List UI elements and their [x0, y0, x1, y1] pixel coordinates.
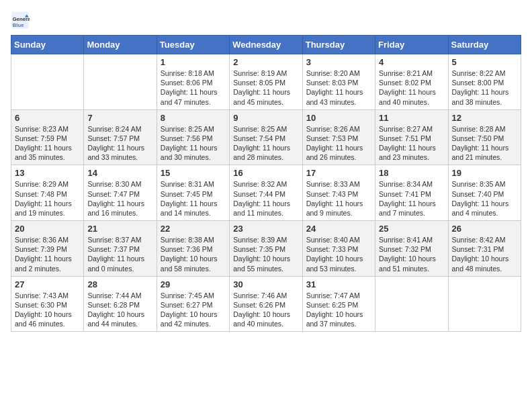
day-info: Sunrise: 8:41 AM — [379, 235, 444, 244]
day-info: Sunset: 8:06 PM — [161, 78, 226, 87]
day-info: Daylight: 11 hours and 47 minutes. — [161, 87, 226, 106]
day-info: Daylight: 11 hours and 38 minutes. — [452, 87, 517, 106]
day-info: Sunrise: 8:24 AM — [87, 124, 152, 134]
day-number: 9 — [233, 113, 298, 123]
day-info: Sunset: 7:57 PM — [87, 134, 152, 143]
day-number: 25 — [379, 224, 444, 234]
day-info: Sunrise: 8:29 AM — [15, 179, 80, 189]
day-number: 20 — [15, 224, 80, 234]
day-number: 19 — [452, 168, 517, 178]
cell-w1-d4: 3Sunrise: 8:20 AMSunset: 8:03 PMDaylight… — [302, 54, 375, 110]
day-info: Sunset: 7:53 PM — [306, 134, 371, 143]
day-info: Daylight: 11 hours and 30 minutes. — [161, 143, 226, 162]
day-info: Sunset: 7:36 PM — [161, 244, 226, 254]
day-info: Daylight: 11 hours and 40 minutes. — [379, 87, 444, 106]
page-header: General Blue — [11, 11, 521, 30]
day-info: Sunrise: 8:28 AM — [452, 124, 517, 134]
day-info: Sunset: 6:26 PM — [233, 300, 298, 310]
col-header-monday: Monday — [84, 36, 157, 54]
day-number: 7 — [87, 113, 152, 123]
day-info: Sunrise: 7:43 AM — [15, 291, 80, 300]
day-number: 26 — [452, 224, 517, 234]
day-info: Daylight: 11 hours and 11 minutes. — [233, 199, 298, 218]
day-number: 24 — [306, 224, 371, 234]
day-info: Sunrise: 8:37 AM — [87, 235, 152, 244]
cell-w4-d0: 20Sunrise: 8:36 AMSunset: 7:39 PMDayligh… — [11, 221, 84, 277]
day-info: Sunrise: 7:45 AM — [161, 291, 226, 300]
day-info: Daylight: 11 hours and 35 minutes. — [15, 143, 80, 162]
day-number: 5 — [452, 57, 517, 67]
cell-w5-d6 — [448, 276, 521, 332]
day-info: Sunset: 7:41 PM — [379, 189, 444, 199]
day-info: Sunset: 7:45 PM — [161, 189, 226, 199]
cell-w2-d1: 7Sunrise: 8:24 AMSunset: 7:57 PMDaylight… — [84, 109, 157, 165]
cell-w3-d2: 15Sunrise: 8:31 AMSunset: 7:45 PMDayligh… — [157, 165, 229, 221]
day-info: Sunrise: 8:25 AM — [233, 124, 298, 134]
day-info: Daylight: 10 hours and 53 minutes. — [306, 254, 371, 273]
day-info: Sunset: 7:51 PM — [379, 134, 444, 143]
day-info: Sunrise: 8:20 AM — [306, 68, 371, 78]
day-info: Sunrise: 8:19 AM — [233, 68, 298, 78]
cell-w4-d2: 22Sunrise: 8:38 AMSunset: 7:36 PMDayligh… — [157, 221, 229, 277]
day-number: 1 — [161, 57, 226, 67]
day-info: Daylight: 11 hours and 21 minutes. — [452, 143, 517, 162]
day-info: Sunrise: 7:47 AM — [306, 291, 371, 300]
cell-w3-d4: 17Sunrise: 8:33 AMSunset: 7:43 PMDayligh… — [302, 165, 375, 221]
cell-w2-d6: 12Sunrise: 8:28 AMSunset: 7:50 PMDayligh… — [448, 109, 521, 165]
header-row: SundayMondayTuesdayWednesdayThursdayFrid… — [11, 36, 521, 54]
week-row-1: 1Sunrise: 8:18 AMSunset: 8:06 PMDaylight… — [11, 54, 521, 110]
week-row-5: 27Sunrise: 7:43 AMSunset: 6:30 PMDayligh… — [11, 276, 521, 332]
cell-w2-d3: 9Sunrise: 8:25 AMSunset: 7:54 PMDaylight… — [230, 109, 302, 165]
day-info: Sunset: 8:02 PM — [379, 78, 444, 87]
cell-w4-d6: 26Sunrise: 8:42 AMSunset: 7:31 PMDayligh… — [448, 221, 521, 277]
day-info: Daylight: 11 hours and 16 minutes. — [87, 199, 152, 218]
day-info: Daylight: 10 hours and 42 minutes. — [161, 310, 226, 328]
cell-w5-d2: 29Sunrise: 7:45 AMSunset: 6:27 PMDayligh… — [157, 276, 229, 332]
cell-w4-d4: 24Sunrise: 8:40 AMSunset: 7:33 PMDayligh… — [302, 221, 375, 277]
day-info: Daylight: 11 hours and 2 minutes. — [15, 254, 80, 273]
day-number: 14 — [87, 168, 152, 178]
cell-w1-d5: 4Sunrise: 8:21 AMSunset: 8:02 PMDaylight… — [375, 54, 448, 110]
day-info: Sunrise: 7:44 AM — [87, 291, 152, 300]
cell-w1-d0 — [11, 54, 84, 110]
col-header-friday: Friday — [375, 36, 448, 54]
week-row-3: 13Sunrise: 8:29 AMSunset: 7:48 PMDayligh… — [11, 165, 521, 221]
day-info: Sunset: 7:44 PM — [233, 189, 298, 199]
day-number: 12 — [452, 113, 517, 123]
day-number: 15 — [161, 168, 226, 178]
col-header-thursday: Thursday — [302, 36, 375, 54]
day-info: Sunrise: 8:22 AM — [452, 68, 517, 78]
day-info: Sunrise: 8:39 AM — [233, 235, 298, 244]
day-info: Daylight: 11 hours and 43 minutes. — [306, 87, 371, 106]
svg-text:Blue: Blue — [13, 22, 24, 28]
day-number: 30 — [233, 279, 298, 289]
day-info: Sunset: 7:39 PM — [15, 244, 80, 254]
day-info: Sunrise: 8:21 AM — [379, 68, 444, 78]
cell-w1-d1 — [84, 54, 157, 110]
day-number: 31 — [306, 279, 371, 289]
day-number: 17 — [306, 168, 371, 178]
day-info: Sunrise: 8:27 AM — [379, 124, 444, 134]
day-number: 23 — [233, 224, 298, 234]
cell-w3-d3: 16Sunrise: 8:32 AMSunset: 7:44 PMDayligh… — [230, 165, 302, 221]
cell-w3-d6: 19Sunrise: 8:35 AMSunset: 7:40 PMDayligh… — [448, 165, 521, 221]
logo-icon: General Blue — [11, 11, 30, 30]
day-info: Daylight: 10 hours and 51 minutes. — [379, 254, 444, 273]
day-info: Sunrise: 8:32 AM — [233, 179, 298, 189]
day-info: Sunset: 7:43 PM — [306, 189, 371, 199]
cell-w3-d0: 13Sunrise: 8:29 AMSunset: 7:48 PMDayligh… — [11, 165, 84, 221]
day-number: 11 — [379, 113, 444, 123]
day-info: Daylight: 11 hours and 14 minutes. — [161, 199, 226, 218]
day-info: Sunrise: 8:42 AM — [452, 235, 517, 244]
day-info: Daylight: 11 hours and 19 minutes. — [15, 199, 80, 218]
logo: General Blue — [11, 11, 32, 30]
cell-w5-d3: 30Sunrise: 7:46 AMSunset: 6:26 PMDayligh… — [230, 276, 302, 332]
day-info: Sunset: 7:50 PM — [452, 134, 517, 143]
day-info: Daylight: 10 hours and 48 minutes. — [452, 254, 517, 273]
cell-w2-d4: 10Sunrise: 8:26 AMSunset: 7:53 PMDayligh… — [302, 109, 375, 165]
day-info: Sunrise: 8:30 AM — [87, 179, 152, 189]
day-info: Daylight: 11 hours and 26 minutes. — [306, 143, 371, 162]
day-number: 6 — [15, 113, 80, 123]
cell-w5-d1: 28Sunrise: 7:44 AMSunset: 6:28 PMDayligh… — [84, 276, 157, 332]
day-info: Sunrise: 8:38 AM — [161, 235, 226, 244]
